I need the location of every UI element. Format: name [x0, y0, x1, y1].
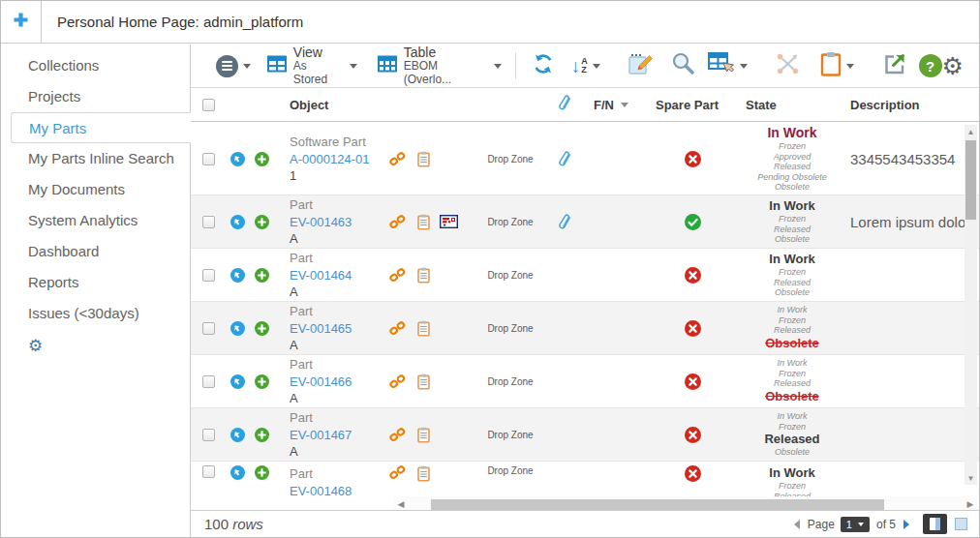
navigate-icon[interactable]	[230, 152, 245, 166]
edit-button[interactable]	[628, 51, 654, 80]
vertical-scrollbar[interactable]: ▲ ▼	[965, 125, 977, 485]
sidebar-item-collections[interactable]: Collections	[1, 50, 190, 81]
attachment-icon[interactable]	[559, 151, 572, 167]
clipboard-icon[interactable]	[417, 320, 430, 337]
scroll-right-arrow[interactable]: ▶	[964, 499, 977, 509]
clipboard-icon[interactable]	[417, 267, 430, 284]
clipboard-icon[interactable]	[417, 151, 430, 167]
add-icon[interactable]	[255, 215, 269, 229]
object-type: Part	[290, 409, 383, 426]
add-icon[interactable]	[255, 465, 269, 480]
previous-page-arrow[interactable]	[794, 520, 800, 529]
sidebar-item-dashboard[interactable]: Dashboard	[1, 236, 190, 267]
add-icon[interactable]	[255, 268, 269, 283]
sidebar-gear-icon[interactable]: ⚙	[28, 338, 190, 354]
link-chain-icon[interactable]	[389, 428, 406, 442]
column-header-spare-part[interactable]: Spare Part	[656, 98, 738, 112]
drop-zone[interactable]: Drop Zone	[462, 465, 559, 476]
attachment-column-icon[interactable]	[559, 95, 572, 115]
add-tab-button[interactable]	[1, 1, 42, 43]
clipboard-icon[interactable]	[417, 214, 430, 230]
broken-image-icon[interactable]	[440, 215, 458, 228]
sidebar-item-reports[interactable]: Reports	[1, 267, 190, 298]
view-dropdown-button[interactable]: View As Stored	[267, 45, 357, 87]
settings-gear-icon[interactable]: ⚙	[942, 54, 964, 78]
page-number-select[interactable]: 1	[841, 517, 870, 532]
object-link[interactable]: EV-001466	[290, 374, 352, 389]
horizontal-scrollbar-thumb[interactable]	[431, 499, 884, 510]
menu-button[interactable]	[216, 55, 251, 77]
add-icon[interactable]	[255, 152, 269, 166]
column-header-fn[interactable]: F/N	[594, 98, 656, 112]
scroll-up-arrow[interactable]: ▲	[965, 125, 977, 138]
search-button[interactable]	[670, 51, 695, 80]
drop-zone[interactable]: Drop Zone	[462, 217, 559, 227]
toolbar: View As Stored Table EBOM (Overlo...	[191, 45, 979, 88]
attachment-icon[interactable]	[559, 214, 572, 230]
object-link[interactable]: EV-001464	[290, 268, 352, 283]
link-chain-icon[interactable]	[389, 465, 406, 480]
navigate-icon[interactable]	[230, 465, 245, 480]
refresh-button[interactable]	[532, 52, 555, 79]
state-cell: In WorkFrozenReleasedObsolete	[738, 358, 846, 404]
link-chain-icon[interactable]	[389, 215, 406, 229]
full-view-toggle-button[interactable]	[923, 514, 947, 534]
add-icon[interactable]	[255, 374, 269, 389]
navigate-icon[interactable]	[230, 268, 245, 283]
row-checkbox[interactable]	[202, 429, 215, 441]
object-link[interactable]: EV-001467	[290, 428, 352, 442]
clipboard-icon[interactable]	[417, 374, 430, 390]
scroll-down-arrow[interactable]: ▼	[965, 471, 977, 485]
row-count: 100 rows	[204, 516, 263, 532]
clipboard-button[interactable]	[820, 51, 854, 80]
cross-links-button[interactable]	[775, 51, 801, 80]
sidebar-item-system-analytics[interactable]: System Analytics	[1, 205, 190, 236]
column-header-object[interactable]: Object	[274, 98, 383, 112]
sidebar-item-projects[interactable]: Projects	[1, 81, 190, 112]
row-checkbox[interactable]	[202, 375, 215, 388]
link-chain-icon[interactable]	[389, 152, 406, 166]
object-link[interactable]: EV-001463	[290, 215, 352, 229]
scroll-left-arrow[interactable]: ◀	[394, 499, 408, 509]
add-icon[interactable]	[255, 428, 269, 442]
navigate-icon[interactable]	[230, 374, 245, 389]
select-all-checkbox[interactable]	[202, 99, 215, 111]
drop-zone[interactable]: Drop Zone	[462, 323, 559, 334]
sidebar-item-my-parts[interactable]: My Parts	[11, 112, 191, 143]
row-checkbox[interactable]	[202, 322, 215, 335]
object-link[interactable]: EV-001468	[290, 484, 352, 496]
navigate-icon[interactable]	[230, 321, 245, 336]
sidebar-item-my-parts-inline-search[interactable]: My Parts Inline Search	[1, 143, 190, 174]
table-select-button[interactable]	[708, 51, 748, 81]
column-header-state[interactable]: State	[738, 98, 846, 112]
link-chain-icon[interactable]	[389, 374, 406, 389]
next-page-arrow[interactable]	[903, 520, 909, 529]
row-checkbox[interactable]	[202, 216, 215, 228]
drop-zone[interactable]: Drop Zone	[462, 270, 559, 281]
navigate-icon[interactable]	[230, 215, 245, 229]
open-external-button[interactable]	[882, 52, 906, 80]
drop-zone[interactable]: Drop Zone	[462, 376, 559, 387]
row-checkbox[interactable]	[202, 153, 215, 165]
help-button[interactable]: ?	[919, 54, 942, 77]
compact-view-toggle-button[interactable]	[955, 518, 967, 530]
vertical-scrollbar-thumb[interactable]	[965, 140, 976, 220]
row-checkbox[interactable]	[202, 269, 215, 282]
link-chain-icon[interactable]	[389, 321, 406, 336]
link-chain-icon[interactable]	[389, 268, 406, 283]
navigate-icon[interactable]	[230, 428, 245, 442]
column-header-description[interactable]: Description	[846, 98, 967, 112]
drop-zone[interactable]: Drop Zone	[462, 430, 559, 440]
row-checkbox[interactable]	[202, 465, 215, 478]
clipboard-icon[interactable]	[417, 427, 430, 443]
sidebar-item-my-documents[interactable]: My Documents	[1, 174, 190, 205]
sidebar-item-issues-30days[interactable]: Issues (<30days)	[1, 298, 190, 329]
table-dropdown-button[interactable]: Table EBOM (Overlo...	[378, 45, 502, 87]
add-icon[interactable]	[255, 321, 269, 336]
object-link[interactable]: A-0000124-01	[290, 152, 369, 166]
state-current-label: Released	[738, 432, 846, 447]
clipboard-icon[interactable]	[417, 465, 430, 482]
sort-button[interactable]: ↓ AZ	[571, 57, 600, 75]
drop-zone[interactable]: Drop Zone	[462, 154, 559, 164]
object-link[interactable]: EV-001465	[290, 321, 352, 336]
